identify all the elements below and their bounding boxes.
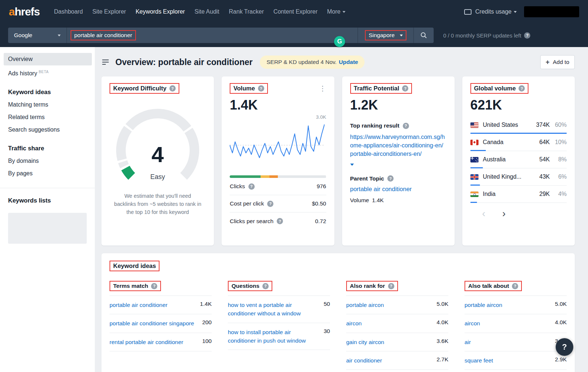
card-menu-icon[interactable]: ⋮ (319, 85, 326, 92)
query-annotation-box: portable air conditioner (71, 30, 136, 40)
help-icon[interactable]: ? (524, 32, 530, 39)
help-icon[interactable]: ? (258, 85, 264, 92)
help-icon[interactable]: ? (262, 283, 269, 289)
help-icon[interactable]: ? (277, 218, 283, 224)
clicks-per-search-row: Clicks per search ? 0.72 (230, 212, 326, 230)
keyword-row: portable aircon 5.0K (346, 296, 448, 314)
nav-rank-tracker[interactable]: Rank Tracker (229, 8, 264, 15)
questions-column: Questions ? how to vent a portable air c… (228, 281, 330, 370)
country-share-bar (470, 202, 477, 203)
also-rank-for-column: Also rank for ? portable aircon 5.0K air… (346, 281, 448, 370)
keyword-row: rental portable air conditioner 100 (110, 333, 212, 351)
help-icon[interactable]: ? (402, 85, 408, 92)
help-icon[interactable]: ? (403, 123, 409, 129)
keyword-ideas-grid: Terms match ? portable air conditioner 1… (110, 281, 567, 370)
terms-match-annotation-box: Terms match ? (110, 281, 161, 291)
help-icon[interactable]: ? (151, 283, 157, 289)
sidebar-item-matching-terms[interactable]: Matching terms (0, 99, 95, 111)
credits-usage-label[interactable]: Credits usage (475, 8, 512, 15)
next-page-icon[interactable]: › (502, 209, 506, 219)
help-icon[interactable]: ? (267, 201, 273, 207)
india-flag-icon (470, 192, 478, 197)
sidebar-item-by-pages[interactable]: By pages (0, 167, 95, 180)
nav-dashboard[interactable]: Dashboard (54, 8, 83, 15)
nav-site-audit[interactable]: Site Audit (194, 8, 219, 15)
search-engine-select[interactable]: Google (8, 28, 67, 43)
sidebar-item-ads-history[interactable]: Ads historyBETA (0, 67, 95, 80)
top-ranking-url-link[interactable]: https://www.harveynorman.com.sg/home-app… (350, 133, 447, 158)
keyword-link[interactable]: aircon (465, 319, 555, 328)
keyword-link[interactable]: portable aircon (346, 301, 437, 309)
update-link[interactable]: Update (339, 59, 358, 65)
nav-more-label: More (327, 8, 340, 15)
serp-updates-status: 0 / 0 monthly SERP updates left ? (443, 32, 530, 39)
keyword-search-input[interactable]: portable air conditioner G (67, 28, 358, 43)
sidebar-header-keyword-ideas: Keyword ideas (0, 86, 95, 99)
prev-page-icon[interactable]: ‹ (482, 209, 485, 219)
help-fab-button[interactable]: ? (556, 338, 573, 356)
help-icon[interactable]: ? (512, 283, 518, 289)
parent-topic-link[interactable]: portable air conditioner (350, 186, 412, 193)
top-navigation: ahrefs Dashboard Site Explorer Keywords … (0, 0, 588, 24)
also-talk-about-column: Also talk about ? portable aircon 5.0K a… (465, 281, 567, 370)
keyword-link[interactable]: air (465, 338, 555, 346)
country-row-us: United States 374K 60% (470, 117, 567, 134)
country-share: 10% (550, 139, 567, 146)
nav-keywords-explorer[interactable]: Keywords Explorer (136, 8, 185, 15)
toggle-sidebar-icon[interactable] (102, 60, 109, 65)
country-volume: 374K (532, 122, 550, 128)
country-share: 4% (550, 191, 567, 197)
chevron-down-icon (58, 35, 61, 36)
help-icon[interactable]: ? (519, 85, 525, 92)
column-title: Terms match (113, 283, 148, 289)
search-row: Google portable air conditioner G Singap… (0, 24, 588, 47)
sidebar-item-by-domains[interactable]: By domains (0, 155, 95, 167)
column-title: Also talk about (468, 283, 509, 289)
page-header: Overview: portable air conditioner SERP … (101, 55, 575, 69)
help-icon[interactable]: ? (169, 85, 176, 92)
help-icon[interactable]: ? (387, 175, 394, 182)
keyword-ideas-title: Keyword ideas (113, 262, 156, 269)
keyword-link[interactable]: square feet (465, 356, 555, 365)
chevron-down-icon[interactable] (514, 11, 517, 13)
sidebar-header-keywords-lists: Keywords lists (0, 194, 95, 207)
also-rank-for-annotation-box: Also rank for ? (346, 281, 398, 291)
expand-result-icon[interactable] (350, 164, 354, 166)
keyword-volume: 4.0K (437, 319, 448, 326)
sidebar-item-overview[interactable]: Overview (4, 53, 92, 65)
nav-content-explorer[interactable]: Content Explorer (273, 8, 318, 15)
traffic-potential-value: 1.2K (350, 97, 447, 113)
keyword-link[interactable]: portable aircon (465, 301, 555, 309)
help-icon[interactable]: ? (388, 283, 394, 289)
metric-label: Cost per click (230, 200, 264, 207)
keyword-link[interactable]: air conditioner (346, 356, 437, 365)
nav-more[interactable]: More (327, 8, 345, 15)
keyword-link[interactable]: aircon (346, 319, 437, 328)
search-submit-button[interactable] (414, 28, 434, 43)
help-icon[interactable]: ? (248, 183, 255, 190)
country-name: Canada (483, 139, 532, 146)
nav-site-explorer[interactable]: Site Explorer (92, 8, 126, 15)
sidebar-item-search-suggestions[interactable]: Search suggestions (0, 124, 95, 136)
traffic-potential-card: Traffic Potential ? 1.2K Top ranking res… (342, 76, 455, 246)
ahrefs-logo[interactable]: ahrefs (9, 6, 40, 18)
country-select[interactable]: Singapore (358, 28, 414, 43)
logo-rest: hrefs (15, 6, 40, 18)
keyword-link[interactable]: rental portable air conditioner (110, 338, 202, 346)
add-to-button[interactable]: + Add to (540, 55, 575, 69)
keyword-volume: 200 (202, 319, 212, 326)
keyword-link[interactable]: gain city aircon (346, 338, 437, 346)
display-icon[interactable] (464, 9, 472, 15)
keyword-link[interactable]: how to install portable air conditioner … (228, 328, 324, 345)
top-ranking-result-label: Top ranking result ? (350, 122, 447, 129)
parent-volume-label: Volume (350, 197, 369, 204)
keyword-volume: 50 (324, 301, 330, 307)
global-volume-card: Global volume ? 621K United States 374K … (462, 76, 575, 246)
keyword-link[interactable]: portable air conditioner singapore (110, 319, 202, 328)
keyword-link[interactable]: how to vent a portable air conditioner w… (228, 301, 324, 318)
grammarly-icon[interactable]: G (334, 36, 345, 47)
sidebar-item-related-terms[interactable]: Related terms (0, 111, 95, 124)
us-flag-icon (470, 122, 478, 128)
keyword-link[interactable]: portable air conditioner (110, 301, 200, 309)
clicks-distribution-bar (230, 175, 326, 178)
